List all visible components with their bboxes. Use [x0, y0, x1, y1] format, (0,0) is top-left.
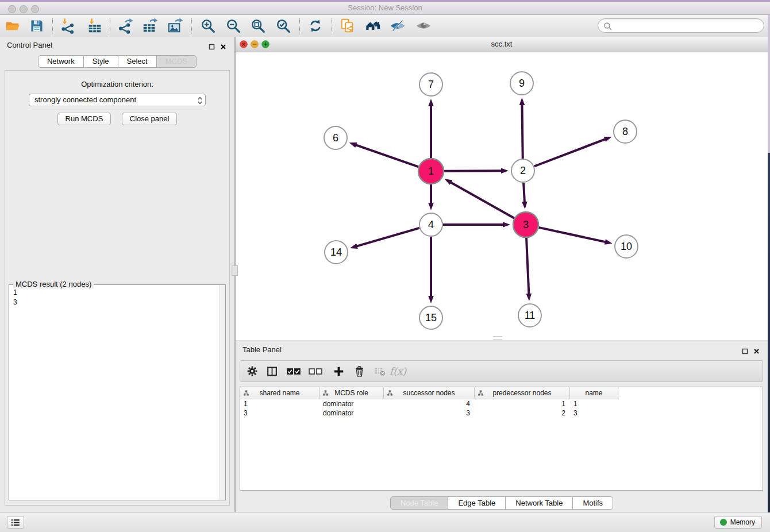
graph-node-7[interactable]: 7	[419, 73, 442, 96]
minimize-window-icon[interactable]	[20, 5, 28, 13]
column-header-name[interactable]: name	[570, 387, 618, 399]
mcds-panel: Optimization criterion: strongly connect…	[5, 70, 230, 506]
graph-node-2[interactable]: 2	[511, 159, 534, 182]
graph-node-8[interactable]: 8	[614, 120, 637, 143]
graph-node-4[interactable]: 4	[419, 213, 442, 236]
float-panel-icon[interactable]	[209, 42, 215, 52]
memory-button[interactable]: Memory	[714, 516, 762, 529]
column-header-successor-nodes[interactable]: successor nodes	[384, 387, 475, 399]
network-window-titlebar[interactable]: scc.txt	[236, 37, 768, 52]
graph-node-6[interactable]: 6	[324, 126, 347, 149]
tab-edge-table[interactable]: Edge Table	[448, 496, 506, 510]
tab-select[interactable]: Select	[118, 55, 157, 68]
import-table-button[interactable]	[85, 17, 105, 35]
table-row[interactable]: 1dominator411	[240, 399, 763, 408]
export-table-button[interactable]	[140, 17, 160, 35]
graph-edge-3-1[interactable]	[450, 182, 514, 218]
graph-edge-1-6[interactable]	[355, 145, 418, 167]
unselect-all-columns-button[interactable]	[307, 363, 324, 380]
tab-network[interactable]: Network	[38, 55, 84, 68]
tab-network-table[interactable]: Network Table	[506, 496, 573, 510]
list-icon	[10, 518, 21, 527]
import-network-button[interactable]	[58, 17, 78, 35]
criterion-select[interactable]: strongly connected component	[29, 94, 206, 106]
show-columns-button[interactable]	[264, 363, 279, 380]
select-all-columns-button[interactable]	[285, 363, 302, 380]
zoom-fit-button[interactable]	[248, 17, 268, 35]
duplicate-network-button[interactable]	[338, 17, 357, 35]
export-image-button[interactable]	[165, 17, 185, 35]
result-scrollbar[interactable]	[220, 285, 225, 500]
delete-table-button[interactable]	[372, 363, 387, 380]
toolbar-separator	[110, 18, 110, 33]
zoom-window-icon[interactable]	[31, 5, 39, 13]
search-field[interactable]	[598, 18, 764, 33]
search-input[interactable]	[614, 20, 761, 31]
hide-selected-button[interactable]	[388, 17, 407, 35]
sort-tree-icon	[243, 390, 249, 396]
column-header-MCDS-role[interactable]: MCDS role	[319, 387, 384, 399]
mcds-result-list[interactable]: 13	[9, 285, 225, 500]
float-table-panel-icon[interactable]	[742, 346, 748, 357]
close-view-icon[interactable]	[240, 40, 248, 48]
close-window-icon[interactable]	[8, 5, 16, 13]
close-panel-icon[interactable]	[220, 42, 226, 52]
graph-node-1[interactable]: 1	[418, 159, 444, 184]
splitter-grip[interactable]	[232, 265, 238, 276]
minimize-view-icon[interactable]	[251, 40, 259, 48]
home-button[interactable]	[363, 17, 383, 35]
tab-style[interactable]: Style	[84, 55, 118, 68]
graph-edge-3-11[interactable]	[526, 238, 529, 295]
delete-entry-button[interactable]	[352, 363, 367, 380]
maximize-view-icon[interactable]	[261, 40, 270, 48]
graph-edge-arrowhead	[526, 294, 532, 301]
zoom-in-button[interactable]	[198, 17, 218, 35]
task-history-button[interactable]	[7, 516, 24, 529]
table-row[interactable]: 3dominator323	[240, 408, 763, 418]
save-session-button[interactable]	[27, 17, 47, 35]
table-settings-button[interactable]	[245, 363, 260, 380]
graph-node-14[interactable]: 14	[325, 241, 348, 264]
tab-motifs[interactable]: Motifs	[573, 496, 613, 510]
zoom-out-icon	[225, 18, 241, 34]
run-mcds-button[interactable]: Run MCDS	[57, 113, 111, 125]
show-all-button[interactable]	[414, 17, 433, 35]
graph-edge-2-9[interactable]	[522, 104, 522, 159]
zoom-out-button[interactable]	[224, 17, 243, 35]
column-header-predecessor-nodes[interactable]: predecessor nodes	[475, 387, 570, 399]
graph-node-9[interactable]: 9	[510, 72, 533, 95]
canvas-resize-grip[interactable]	[493, 336, 502, 340]
column-label: MCDS role	[334, 389, 368, 397]
graph-edge-3-10[interactable]	[538, 228, 606, 242]
export-table-icon	[142, 18, 158, 34]
graph-edge-1-2[interactable]	[444, 171, 502, 171]
zoom-selected-button[interactable]	[274, 17, 293, 35]
table-panel-tabs: Node TableEdge TableNetwork TableMotifs	[236, 496, 768, 510]
add-entry-button[interactable]	[331, 363, 346, 380]
export-image-icon	[167, 18, 183, 34]
graph-edge-2-3[interactable]	[523, 183, 525, 203]
tab-node-table[interactable]: Node Table	[390, 496, 449, 510]
import-table-icon	[87, 18, 103, 34]
network-file-title: scc.txt	[236, 37, 768, 51]
graph-node-11[interactable]: 11	[518, 304, 541, 327]
close-panel-button[interactable]: Close panel	[122, 113, 178, 125]
network-canvas[interactable]: 1234678910111415	[236, 52, 768, 340]
column-header-shared-name[interactable]: shared name	[240, 387, 319, 399]
homes-icon	[365, 18, 381, 34]
graph-edge-4-14[interactable]	[356, 228, 419, 246]
sort-tree-icon	[322, 390, 329, 396]
close-table-panel-icon[interactable]	[753, 346, 760, 357]
refresh-layout-button[interactable]	[306, 17, 325, 35]
table-cell: 2	[475, 408, 570, 418]
export-network-button[interactable]	[116, 17, 135, 35]
plus-icon	[333, 366, 344, 377]
function-builder-button[interactable]: f(x)	[387, 365, 406, 377]
graph-edge-2-8[interactable]	[534, 139, 606, 167]
table-panel: Table Panel	[236, 341, 768, 512]
tab-mcds[interactable]: MCDS	[157, 55, 197, 68]
graph-node-10[interactable]: 10	[615, 235, 638, 258]
open-session-button[interactable]	[3, 17, 22, 35]
graph-node-3[interactable]: 3	[513, 212, 538, 237]
graph-node-15[interactable]: 15	[419, 306, 442, 329]
